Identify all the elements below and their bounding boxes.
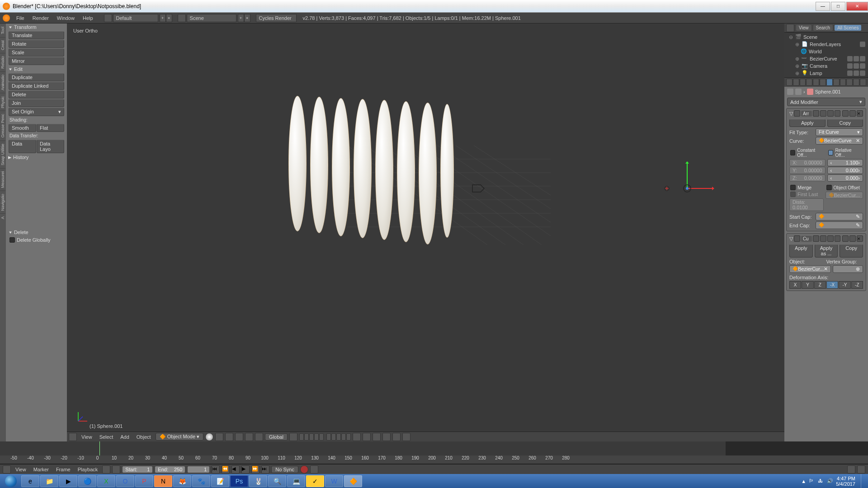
menu-help[interactable]: Help [79, 14, 97, 22]
tab-create[interactable]: Creat [0, 37, 5, 53]
tl-menu-frame[interactable]: Frame [53, 466, 73, 473]
mod-movedown-icon[interactable] [849, 110, 856, 117]
key-insert-icon[interactable] [847, 465, 855, 474]
join-button[interactable]: Join [9, 99, 64, 107]
axis-x[interactable]: X [789, 281, 801, 289]
screen-layout-select[interactable]: Default [113, 14, 158, 22]
vgroup-field[interactable]: ⊗ [833, 265, 863, 273]
tl-menu-view[interactable]: View [13, 466, 29, 473]
relative-offset-check[interactable] [828, 150, 834, 155]
duplicate-button[interactable]: Duplicate [9, 73, 64, 81]
tab-physics-icon[interactable] [860, 79, 866, 86]
key-delete-icon[interactable] [857, 465, 865, 474]
scene-add-icon[interactable]: + [238, 14, 244, 22]
tree-beziercurve[interactable]: ⊕〰BezierCurve [787, 55, 867, 62]
tab-renderlayers-icon[interactable] [793, 79, 799, 86]
snap-type-icon[interactable] [373, 433, 381, 441]
manipulator-toggle-icon[interactable] [225, 433, 233, 441]
axis-neg-x[interactable]: -X [826, 281, 838, 289]
vp-menu-select[interactable]: Select [97, 433, 116, 441]
3d-viewport[interactable]: User Ortho [67, 23, 784, 441]
axis-y[interactable]: Y [802, 281, 813, 289]
mod-moveup-icon[interactable] [842, 110, 849, 117]
eye-icon[interactable] [847, 56, 853, 61]
end-cap-field[interactable]: 🔶✎ [816, 221, 863, 229]
use-preview-icon[interactable] [102, 465, 110, 474]
fit-type-select[interactable]: Fit Curve▾ [816, 128, 863, 136]
frame-end-field[interactable]: End:250 [155, 466, 185, 473]
frame-current-field[interactable]: 1 [187, 466, 210, 473]
rotate-button[interactable]: Rotate [9, 40, 64, 48]
outliner-editor-icon[interactable] [786, 24, 794, 32]
maximize-button[interactable]: □ [831, 2, 845, 11]
axis-neg-y[interactable]: -Y [839, 281, 850, 289]
render-engine-select[interactable]: Cycles Render [256, 14, 297, 22]
translate-button[interactable]: Translate [9, 31, 64, 39]
mod-name-field[interactable]: Arr [801, 111, 812, 117]
outliner-search[interactable]: Search [813, 25, 833, 31]
taskbar-powerpoint-icon[interactable]: P [135, 475, 153, 487]
mod-cage-icon[interactable] [835, 110, 841, 117]
jump-start-icon[interactable]: ⏮ [212, 465, 220, 474]
outliner-view[interactable]: View [796, 25, 811, 31]
tab-grease-pencil[interactable]: Grease Penc [0, 111, 5, 141]
tab-material-icon[interactable] [840, 79, 846, 86]
tl-menu-marker[interactable]: Marker [31, 466, 52, 473]
outliner-filter[interactable]: All Scenes [835, 25, 861, 31]
taskbar-chrome-icon[interactable]: 🔵 [78, 475, 96, 487]
tree-lamp[interactable]: ⊕💡Lamp [787, 70, 867, 77]
taskbar-mediaplayer-icon[interactable]: ▶ [59, 475, 77, 487]
taskbar-blender-icon[interactable]: 🔶 [344, 475, 362, 487]
curve-object-field[interactable]: 🔶 BezierCurve✕ [816, 137, 863, 145]
axis-neg-z[interactable]: -Z [851, 281, 863, 289]
cursor-icon[interactable] [854, 63, 859, 69]
opengl-anim-icon[interactable] [402, 433, 410, 441]
taskbar-word-icon[interactable]: W [325, 475, 343, 487]
tab-object-icon[interactable] [813, 79, 819, 86]
taskbar-clock[interactable]: 4:47 PM5/4/2017 [836, 476, 858, 487]
render-icon[interactable] [860, 63, 865, 69]
layout-remove-icon[interactable]: × [166, 14, 172, 22]
mode-select[interactable]: 🔶 Object Mode ▾ [156, 433, 204, 441]
apply-button[interactable]: Apply [789, 119, 826, 127]
shade-smooth-button[interactable]: Smooth [9, 124, 36, 132]
rel-z-field[interactable]: ‹0.000› [827, 174, 863, 182]
apply-as-button[interactable]: Apply as ... [815, 244, 838, 258]
constant-offset-check[interactable] [790, 150, 795, 155]
cursor-icon[interactable] [854, 56, 859, 61]
mod-display-icon[interactable] [820, 110, 826, 117]
cursor-icon[interactable] [854, 70, 859, 76]
eye-icon[interactable] [847, 63, 853, 69]
taskbar-photoshop-icon[interactable]: Ps [230, 475, 248, 487]
section-transform[interactable]: Transform [6, 23, 67, 31]
viewport-shading-icon[interactable] [205, 433, 213, 441]
keyframe-next-icon[interactable]: ⏩ [251, 465, 259, 474]
tab-constraints-icon[interactable] [820, 79, 826, 86]
copy-button[interactable]: Copy [827, 119, 863, 127]
render-border-icon[interactable] [382, 433, 391, 441]
mod-delete-icon[interactable]: × [857, 110, 863, 117]
volume-icon[interactable]: 🔊 [827, 478, 833, 484]
show-desktop-button[interactable] [861, 474, 865, 488]
section-history[interactable]: History [6, 154, 67, 161]
tray-expand-icon[interactable]: ▲ [801, 479, 806, 484]
tree-world[interactable]: 🌐World [787, 48, 867, 55]
rel-x-field[interactable]: ‹1.100› [827, 159, 863, 166]
taskbar-gimp-icon[interactable]: 🐾 [192, 475, 210, 487]
orientation-select[interactable]: Global [265, 433, 288, 441]
tab-navigation[interactable]: Navigatio [0, 191, 5, 214]
render-icon[interactable] [860, 70, 865, 76]
snap-icon[interactable] [363, 433, 371, 441]
playhead[interactable] [99, 441, 100, 456]
data-button[interactable]: Data [9, 140, 36, 153]
tree-renderlayers[interactable]: ⊕📄RenderLayers [787, 41, 867, 48]
tab-relations[interactable]: Relatio [0, 53, 5, 71]
tab-a[interactable]: A [0, 213, 5, 222]
duplicate-linked-button[interactable]: Duplicate Linked [9, 82, 64, 90]
tab-render-icon[interactable] [786, 79, 793, 86]
opengl-render-icon[interactable] [392, 433, 401, 441]
tab-particles-icon[interactable] [853, 79, 859, 86]
tab-world-icon[interactable] [806, 79, 812, 86]
pivot-icon[interactable] [215, 433, 223, 441]
minimize-button[interactable]: — [816, 2, 830, 11]
